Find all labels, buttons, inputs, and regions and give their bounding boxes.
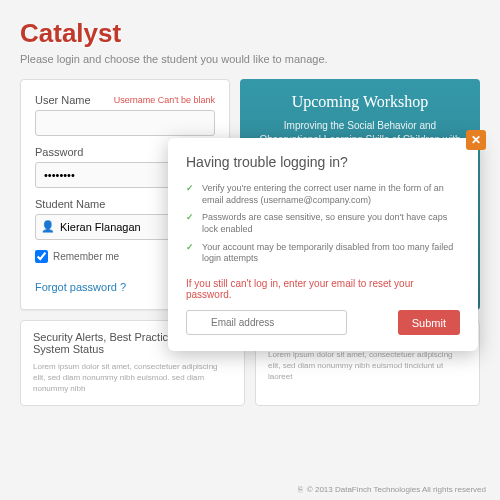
username-error: Username Can't be blank [114, 95, 215, 105]
tagline: Please login and choose the student you … [20, 53, 480, 65]
remember-input[interactable] [35, 250, 48, 263]
remember-label: Remember me [53, 251, 119, 262]
security-text: Lorem ipsum dolor sit amet, consectetuer… [33, 361, 232, 395]
person-icon: 👤 [41, 220, 55, 233]
tip-item: Your account may be temporarily disabled… [186, 239, 460, 268]
password-label: Password [35, 146, 83, 158]
username-label: User Name [35, 94, 91, 106]
tip-item: Verify you're entering the correct user … [186, 180, 460, 209]
footer: ⎘ © 2013 DataFinch Technologies All righ… [298, 485, 486, 494]
footer-text: © 2013 DataFinch Technologies All rights… [307, 485, 486, 494]
student-label: Student Name [35, 198, 105, 210]
modal-message: If you still can't log in, enter your em… [186, 278, 460, 300]
modal-title: Having trouble logging in? [186, 154, 460, 170]
workshop-title: Upcoming Workshop [252, 93, 468, 111]
close-button[interactable]: ✕ [466, 130, 486, 150]
footer-icon: ⎘ [298, 485, 303, 494]
brand-logo: Catalyst [20, 18, 480, 49]
close-icon: ✕ [471, 133, 481, 147]
username-input[interactable] [35, 110, 215, 136]
forgot-password-link[interactable]: Forgot password ? [35, 281, 126, 293]
submit-button[interactable]: Submit [398, 310, 460, 335]
email-input[interactable] [186, 310, 347, 335]
tip-item: Passwords are case sensitive, so ensure … [186, 209, 460, 238]
newusers-text: Lorem ipsum dolor sit amet, consectetuer… [268, 349, 467, 383]
login-help-modal: ✕ Having trouble logging in? Verify you'… [168, 138, 478, 351]
